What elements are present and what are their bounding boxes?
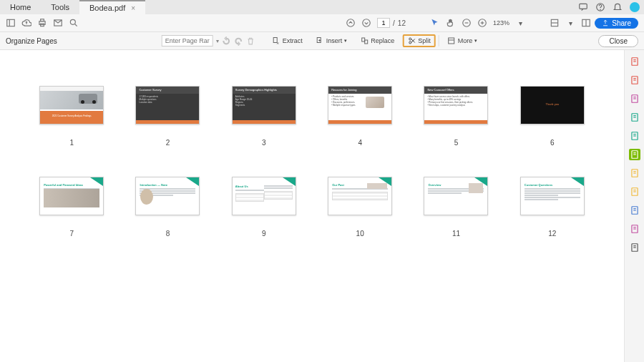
svg-rect-3 [7, 19, 15, 26]
extract-label: Extract [283, 37, 303, 44]
page-number: 6 [550, 139, 555, 147]
current-page-input[interactable] [377, 18, 390, 28]
page-number: 11 [452, 230, 460, 238]
split-button[interactable]: Split [402, 34, 436, 47]
extract-button[interactable]: Extract [267, 34, 308, 47]
fit-dropdown-icon[interactable]: ▾ [565, 18, 575, 28]
tools-sidebar [624, 50, 644, 362]
rotate-cw-icon[interactable] [234, 36, 243, 46]
create-pdf-icon[interactable] [629, 93, 640, 104]
app-tab-bar: Home Tools Bodea.pdf × [0, 0, 644, 14]
share-label: Share [612, 19, 631, 27]
svg-rect-6 [41, 19, 44, 21]
delete-icon[interactable] [246, 36, 255, 46]
svg-point-2 [600, 9, 601, 10]
page-thumb-8[interactable]: Introduction — Note8 [132, 177, 203, 238]
page-number: 1 [69, 139, 74, 147]
tab-document[interactable]: Bodea.pdf × [79, 0, 145, 14]
main-toolbar: / 12 123% ▾ ▾ Share [0, 14, 644, 32]
edit-pdf-icon[interactable] [629, 74, 640, 86]
page-thumb-5[interactable]: New Carousel Offers• Most have access si… [420, 86, 492, 147]
page-thumb-6[interactable]: Thank you6 [517, 86, 588, 147]
range-dropdown-icon[interactable]: ▾ [216, 38, 219, 44]
help-icon[interactable] [595, 2, 605, 12]
svg-rect-29 [449, 38, 454, 44]
close-button[interactable]: Close [598, 35, 638, 47]
close-tab-icon[interactable]: × [131, 4, 135, 12]
svg-point-27 [409, 38, 411, 40]
replace-label: Replace [371, 37, 394, 44]
svg-point-11 [347, 19, 355, 27]
page-number: 3 [262, 139, 266, 147]
protect-icon[interactable] [629, 186, 640, 197]
page-number: 5 [454, 139, 459, 147]
page-sep: / [393, 19, 395, 27]
select-tool-icon[interactable] [430, 18, 440, 28]
read-mode-icon[interactable] [581, 18, 591, 28]
redact-icon[interactable] [629, 167, 640, 179]
zoom-dropdown-icon[interactable]: ▾ [515, 18, 525, 28]
hand-tool-icon[interactable] [446, 18, 456, 28]
svg-rect-7 [41, 24, 44, 26]
page-thumb-3[interactable]: Survey Demographics HighlightsAttributes… [228, 86, 300, 147]
page-number: 10 [356, 230, 364, 238]
chat-icon[interactable] [578, 2, 588, 12]
replace-button[interactable]: Replace [355, 34, 399, 47]
zoom-level[interactable]: 123% [493, 19, 509, 26]
save-cloud-icon[interactable] [21, 18, 31, 28]
page-indicator: / 12 [377, 18, 406, 28]
insert-button[interactable]: Insert ▾ [311, 34, 353, 47]
shield-icon[interactable] [629, 205, 640, 216]
tab-home[interactable]: Home [0, 0, 41, 14]
svg-rect-23 [273, 38, 277, 43]
avatar[interactable] [630, 2, 640, 12]
svg-rect-26 [364, 40, 367, 44]
page-number: 9 [262, 230, 266, 238]
comment-icon[interactable] [629, 112, 640, 123]
more-dropdown-icon: ▾ [474, 38, 477, 44]
page-down-icon[interactable] [361, 18, 371, 28]
more-button[interactable]: More ▾ [442, 34, 483, 47]
document-filename: Bodea.pdf [89, 4, 125, 12]
page-thumb-11[interactable]: Overview11 [420, 177, 492, 238]
page-thumb-12[interactable]: Customer Questions12 [517, 177, 588, 238]
zoom-out-icon[interactable] [462, 18, 472, 28]
svg-rect-0 [580, 4, 587, 9]
page-thumb-9[interactable]: About Us9 [228, 177, 300, 238]
more-tools-icon[interactable] [629, 242, 640, 253]
page-thumb-2[interactable]: Customer Survey17,000 respondentsMultipl… [132, 86, 203, 147]
print-icon[interactable] [37, 18, 47, 28]
page-thumb-10[interactable]: Our Past10 [324, 177, 396, 238]
organize-title: Organize Pages [6, 37, 57, 45]
page-number: 8 [166, 230, 170, 238]
combine-icon[interactable] [629, 130, 640, 142]
more-label: More [458, 37, 473, 44]
fit-width-icon[interactable] [550, 18, 560, 28]
email-icon[interactable] [53, 18, 63, 28]
page-thumb-4[interactable]: Reasons for Joining• Products and servic… [324, 86, 396, 147]
share-button[interactable]: Share [595, 18, 638, 29]
page-thumb-1[interactable]: 2021 Customer Survey Analysis Findings1 [36, 86, 107, 147]
split-label: Split [418, 37, 431, 44]
tab-tools[interactable]: Tools [41, 0, 79, 14]
svg-point-9 [70, 19, 75, 24]
page-up-icon[interactable] [346, 18, 356, 28]
sidebar-toggle-icon[interactable] [6, 18, 16, 28]
export-pdf-icon[interactable] [629, 56, 640, 67]
page-number: 12 [548, 230, 556, 238]
thumbnail-area: 2021 Customer Survey Analysis Findings1C… [0, 50, 624, 362]
fill-sign-icon[interactable] [629, 223, 640, 235]
page-number: 4 [358, 139, 362, 147]
page-number: 2 [166, 139, 170, 147]
rotate-ccw-icon[interactable] [222, 36, 231, 46]
page-thumb-7[interactable]: Powerful and Financial Ideas7 [36, 177, 107, 238]
insert-label: Insert [326, 37, 343, 44]
search-icon[interactable] [69, 18, 79, 28]
svg-line-10 [75, 24, 77, 26]
page-range-input[interactable] [162, 35, 213, 47]
zoom-in-icon[interactable] [477, 18, 487, 28]
bell-icon[interactable] [613, 2, 623, 12]
organize-toolbar: Organize Pages ▾ Extract Insert ▾ Replac… [0, 32, 644, 50]
organize-icon[interactable] [629, 149, 640, 160]
page-number: 7 [69, 230, 74, 238]
